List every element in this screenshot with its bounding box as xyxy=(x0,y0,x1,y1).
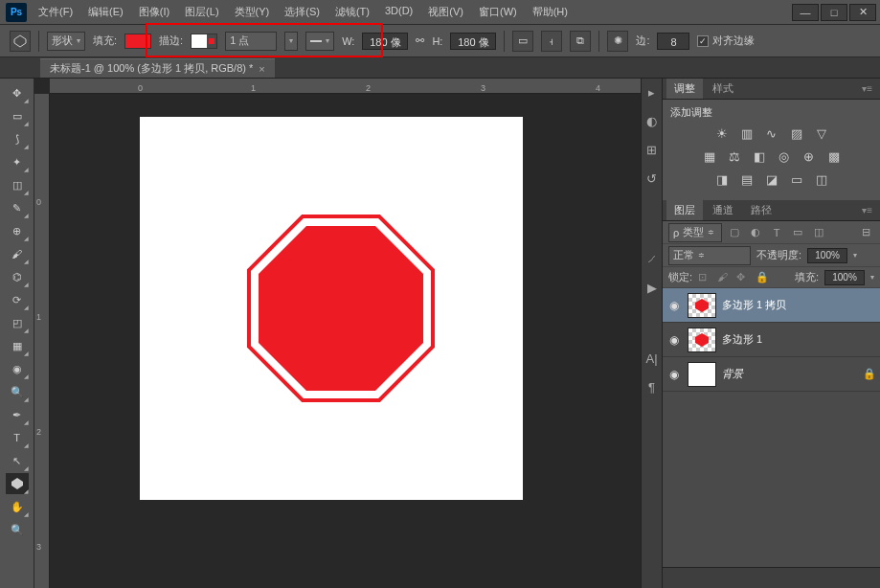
menu-type[interactable]: 类型(Y) xyxy=(229,1,276,23)
document-tab[interactable]: 未标题-1 @ 100% (多边形 1 拷贝, RGB/8) * × xyxy=(40,58,275,78)
filter-adjust-icon[interactable]: ◐ xyxy=(747,225,764,240)
healing-tool[interactable]: ⊕◢ xyxy=(6,220,29,241)
layer-name[interactable]: 多边形 1 拷贝 xyxy=(722,298,876,312)
align-edges-checkbox[interactable]: ✓ 对齐边缘 xyxy=(697,34,755,48)
posterize-icon[interactable]: ▤ xyxy=(738,171,756,187)
layer-row[interactable]: ◉ 多边形 1 拷贝 xyxy=(663,288,880,323)
stroke-weight-dropdown[interactable]: 1 点 xyxy=(225,32,277,51)
move-tool[interactable]: ✥◢ xyxy=(6,82,29,103)
menu-edit[interactable]: 编辑(E) xyxy=(82,1,129,23)
hand-tool[interactable]: ✋◢ xyxy=(6,496,29,517)
menu-help[interactable]: 帮助(H) xyxy=(527,1,574,23)
stroke-swatch[interactable] xyxy=(191,34,217,49)
layer-thumbnail[interactable] xyxy=(688,362,716,387)
type-tool[interactable]: T◢ xyxy=(6,427,29,448)
fill-swatch[interactable] xyxy=(124,34,151,49)
layer-filter-dropdown[interactable]: ρ 类型 ≑ xyxy=(668,223,722,242)
actions-panel-icon[interactable]: ▶ xyxy=(644,280,660,295)
visibility-icon[interactable]: ◉ xyxy=(666,333,682,347)
gradient-tool[interactable]: ▦◢ xyxy=(6,335,29,356)
styles-tab[interactable]: 样式 xyxy=(705,79,741,99)
close-button[interactable]: ✕ xyxy=(849,4,876,21)
filter-toggle-icon[interactable]: ⊟ xyxy=(857,225,874,240)
paths-tab[interactable]: 路径 xyxy=(743,200,779,220)
channels-tab[interactable]: 通道 xyxy=(705,200,741,220)
layers-panel-menu-icon[interactable]: ▾≡ xyxy=(858,205,876,215)
menu-filter[interactable]: 滤镜(T) xyxy=(329,1,375,23)
channel-mixer-icon[interactable]: ⊕ xyxy=(801,148,818,164)
curves-icon[interactable]: ∿ xyxy=(763,125,780,141)
gradient-map-icon[interactable]: ▭ xyxy=(788,171,805,187)
vertical-ruler[interactable]: 0 1 2 3 xyxy=(34,94,50,588)
visibility-icon[interactable]: ◉ xyxy=(666,368,682,381)
filter-type-icon[interactable]: T xyxy=(768,225,785,240)
menu-file[interactable]: 文件(F) xyxy=(33,1,79,23)
history-panel-icon[interactable]: ↺ xyxy=(644,170,660,186)
eraser-tool[interactable]: ◰◢ xyxy=(6,312,29,333)
fill-opacity-input[interactable]: 100% xyxy=(824,270,865,285)
invert-icon[interactable]: ◨ xyxy=(713,171,731,187)
stroke-weight-arrow[interactable]: ▾ xyxy=(284,32,298,51)
layer-row[interactable]: ◉ 多边形 1 xyxy=(663,323,880,357)
exposure-icon[interactable]: ▨ xyxy=(788,125,805,141)
hue-icon[interactable]: ▦ xyxy=(701,148,718,164)
polygon-shape[interactable] xyxy=(245,213,437,404)
tool-preset-icon[interactable] xyxy=(10,31,31,52)
filter-smart-icon[interactable]: ◫ xyxy=(810,225,827,240)
lookup-icon[interactable]: ▩ xyxy=(825,148,843,164)
path-ops-icon[interactable]: ▭ xyxy=(512,31,533,52)
photo-filter-icon[interactable]: ◎ xyxy=(776,148,793,164)
layer-row[interactable]: ◉ 背景 🔒 xyxy=(663,357,880,392)
layer-thumbnail[interactable] xyxy=(688,293,716,318)
menu-view[interactable]: 视图(V) xyxy=(422,1,469,23)
lock-transparent-icon[interactable]: ⊡ xyxy=(698,271,711,284)
visibility-icon[interactable]: ◉ xyxy=(666,299,682,312)
eyedropper-tool[interactable]: ✎◢ xyxy=(6,197,29,218)
menu-select[interactable]: 选择(S) xyxy=(279,1,326,23)
shape-mode-dropdown[interactable]: 形状 ▾ xyxy=(47,32,85,51)
adjustments-tab[interactable]: 调整 xyxy=(666,79,703,99)
maximize-button[interactable]: □ xyxy=(821,4,847,21)
menu-3d[interactable]: 3D(D) xyxy=(379,1,418,23)
menu-image[interactable]: 图像(I) xyxy=(133,1,175,23)
horizontal-ruler[interactable]: 0 1 2 3 4 xyxy=(50,79,641,94)
height-input[interactable]: 180 像 xyxy=(450,33,496,50)
width-input[interactable]: 180 像 xyxy=(362,33,408,50)
document-canvas[interactable] xyxy=(140,117,523,500)
minimize-button[interactable]: — xyxy=(792,4,819,21)
selective-color-icon[interactable]: ◫ xyxy=(813,171,830,187)
sides-input[interactable]: 8 xyxy=(657,33,689,50)
lasso-tool[interactable]: ⟆◢ xyxy=(6,128,29,149)
filter-pixel-icon[interactable]: ▢ xyxy=(726,225,743,240)
blur-tool[interactable]: ◉◢ xyxy=(6,358,29,379)
canvas-area[interactable]: 0 1 2 3 4 0 1 2 3 xyxy=(34,79,641,588)
vibrance-icon[interactable]: ▽ xyxy=(813,125,830,141)
balance-icon[interactable]: ⚖ xyxy=(726,148,743,164)
layers-tab[interactable]: 图层 xyxy=(666,200,703,220)
layer-name[interactable]: 背景 xyxy=(722,367,857,381)
marquee-tool[interactable]: ▭◢ xyxy=(6,105,29,126)
lock-all-icon[interactable]: 🔒 xyxy=(756,271,769,284)
layer-name[interactable]: 多边形 1 xyxy=(722,332,876,347)
character-panel-icon[interactable]: A| xyxy=(644,351,660,366)
lock-position-icon[interactable]: ✥ xyxy=(736,271,750,284)
lock-pixels-icon[interactable]: 🖌 xyxy=(717,271,731,284)
panel-menu-icon[interactable]: ▾≡ xyxy=(858,83,876,94)
filter-shape-icon[interactable]: ▭ xyxy=(789,225,806,240)
dodge-tool[interactable]: 🔍◢ xyxy=(6,381,29,402)
menu-layer[interactable]: 图层(L) xyxy=(179,1,224,23)
layer-thumbnail[interactable] xyxy=(688,328,716,352)
bw-icon[interactable]: ◧ xyxy=(751,148,768,164)
polygon-tool[interactable]: ◢ xyxy=(6,473,29,494)
path-arrange-icon[interactable]: ⧉ xyxy=(570,31,591,52)
path-align-icon[interactable]: ⫞ xyxy=(541,31,562,52)
gear-icon[interactable]: ✺ xyxy=(607,31,628,52)
link-wh-icon[interactable]: ⚯ xyxy=(416,34,424,47)
close-tab-icon[interactable]: × xyxy=(259,63,264,75)
opacity-input[interactable]: 100% xyxy=(807,248,847,263)
crop-tool[interactable]: ◫◢ xyxy=(6,174,29,195)
zoom-tool[interactable]: 🔍 xyxy=(6,519,29,540)
brush-panel-icon[interactable]: ⟋ xyxy=(644,251,660,266)
blend-mode-dropdown[interactable]: 正常≑ xyxy=(668,246,751,265)
threshold-icon[interactable]: ◪ xyxy=(763,171,780,187)
